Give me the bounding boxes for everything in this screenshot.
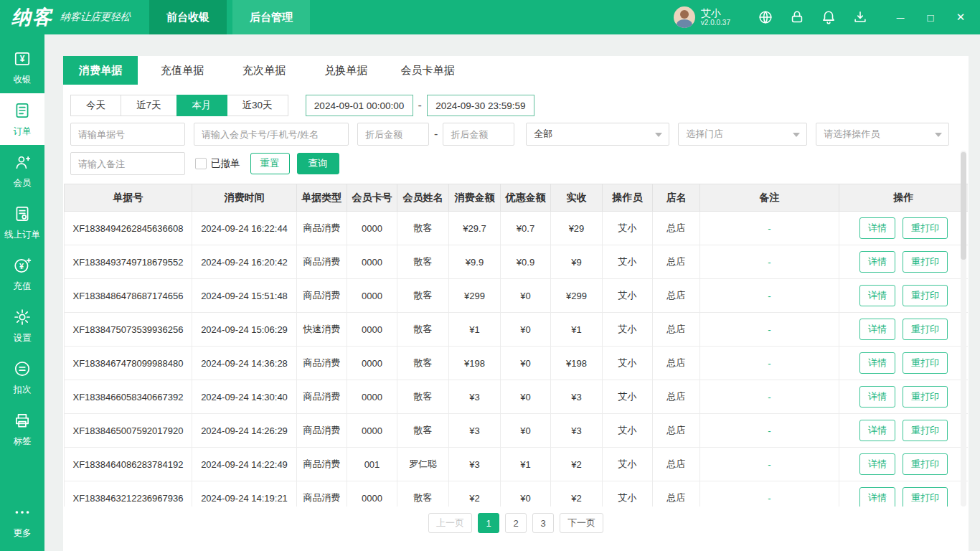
table-cell: 商品消费	[297, 380, 347, 414]
order-no-input[interactable]	[70, 123, 185, 146]
table-cell: 2024-09-24 16:22:44	[192, 212, 297, 245]
order-icon	[13, 101, 32, 122]
table-cell: 商品消费	[297, 448, 347, 481]
detail-button[interactable]: 详情	[859, 420, 895, 441]
amount-min-input[interactable]	[357, 123, 429, 146]
reprint-button[interactable]: 重打印	[903, 487, 948, 507]
amount-max-input[interactable]	[443, 123, 514, 146]
sidebar-item-cashier[interactable]: ¥ 收银	[0, 42, 44, 93]
reprint-button[interactable]: 重打印	[903, 217, 948, 239]
reprint-button[interactable]: 重打印	[903, 319, 948, 340]
sidebar-item-more[interactable]: 更多	[0, 495, 44, 547]
table-row: XF18384640862837841922024-09-24 14:22:49…	[65, 448, 969, 481]
sidebar-item-settings[interactable]: 设置	[0, 300, 44, 352]
nav-tab-front-cashier[interactable]: 前台收银	[149, 0, 227, 34]
search-button[interactable]: 查询	[297, 153, 339, 174]
reprint-button[interactable]: 重打印	[903, 285, 948, 306]
reprint-button[interactable]: 重打印	[903, 352, 948, 374]
tab-consume-orders[interactable]: 消费单据	[63, 56, 138, 85]
scrollbar[interactable]	[961, 151, 966, 507]
page-button-2[interactable]: 2	[505, 513, 527, 533]
detail-button[interactable]: 详情	[859, 453, 895, 475]
actions-cell: 详情重打印	[839, 245, 969, 279]
table-cell: ¥2	[551, 448, 603, 481]
member-search-input[interactable]	[194, 123, 349, 146]
filter-panel: 今天 近7天 本月 近30天 - - 全部	[63, 85, 969, 184]
download-icon[interactable]	[852, 9, 868, 25]
reprint-button[interactable]: 重打印	[903, 251, 948, 273]
range-today-button[interactable]: 今天	[70, 95, 121, 116]
minimize-button[interactable]: ─	[894, 11, 907, 24]
table-cell: 商品消费	[297, 245, 347, 279]
table-cell: 2024-09-24 14:19:21	[192, 481, 297, 507]
table-cell: 总店	[653, 279, 700, 313]
actions-cell: 详情重打印	[839, 448, 969, 481]
detail-button[interactable]: 详情	[859, 217, 895, 239]
detail-button[interactable]: 详情	[859, 352, 895, 374]
table-cell: -	[700, 481, 839, 507]
table-cell: 总店	[653, 481, 700, 507]
close-button[interactable]: ✕	[954, 11, 967, 24]
range-7days-button[interactable]: 近7天	[121, 95, 177, 116]
page-button-3[interactable]: 3	[532, 513, 554, 533]
operator-select[interactable]: 请选择操作员	[816, 123, 949, 146]
detail-button[interactable]: 详情	[859, 319, 895, 340]
sidebar-item-members[interactable]: 会员	[0, 145, 44, 197]
maximize-button[interactable]: □	[924, 11, 937, 24]
tab-recharge-orders[interactable]: 充值单据	[145, 56, 220, 85]
detail-button[interactable]: 详情	[859, 386, 895, 408]
sidebar-item-online-orders[interactable]: 线上订单	[0, 197, 44, 248]
actions-cell: 详情重打印	[839, 313, 969, 347]
tab-exchange-orders[interactable]: 兑换单据	[308, 56, 383, 85]
app-logo: 纳客	[11, 4, 53, 30]
user-info[interactable]: 艾小 v2.0.0.37	[674, 6, 730, 28]
chevron-down-icon	[935, 133, 942, 137]
table-cell: -	[700, 448, 839, 481]
range-30days-button[interactable]: 近30天	[227, 95, 288, 116]
reprint-button[interactable]: 重打印	[903, 420, 948, 441]
bell-icon[interactable]	[821, 9, 837, 25]
table-cell: ¥29.7	[449, 212, 501, 245]
table-cell: ¥29	[551, 212, 603, 245]
scrollbar-thumb[interactable]	[961, 152, 966, 260]
lock-icon[interactable]	[789, 9, 805, 25]
range-this-month-button[interactable]: 本月	[176, 95, 227, 116]
table-cell: 艾小	[603, 279, 653, 313]
reset-button[interactable]: 重置	[250, 153, 290, 174]
table-cell: 罗仁聪	[397, 448, 449, 481]
detail-button[interactable]: 详情	[859, 285, 895, 306]
prev-page-button[interactable]: 上一页	[428, 513, 472, 533]
sidebar-item-deduct[interactable]: 扣次	[0, 352, 44, 403]
table-cell: 散客	[397, 279, 449, 313]
nav-tab-backstage[interactable]: 后台管理	[232, 0, 310, 34]
reprint-button[interactable]: 重打印	[903, 453, 948, 475]
reprint-button[interactable]: 重打印	[903, 386, 948, 408]
sidebar-item-recharge[interactable]: ¥ 充值	[0, 248, 44, 300]
avatar[interactable]	[674, 6, 695, 28]
tab-membercard-orders[interactable]: 会员卡单据	[390, 56, 465, 85]
page-button-1[interactable]: 1	[478, 513, 499, 533]
table-cell: 商品消费	[297, 347, 347, 380]
store-select[interactable]: 选择门店	[678, 123, 807, 146]
sidebar-item-orders[interactable]: 订单	[0, 93, 44, 145]
table-row: XF18384660583406673922024-09-24 14:30:40…	[65, 380, 969, 414]
table-cell: 商品消费	[297, 212, 347, 245]
date-to-input[interactable]	[427, 95, 534, 116]
remark-input[interactable]	[70, 152, 185, 175]
column-header: 店名	[653, 184, 700, 212]
sidebar-item-labels[interactable]: 标签	[0, 403, 44, 455]
column-header: 会员姓名	[397, 184, 449, 212]
remote-assist-icon[interactable]	[758, 9, 773, 25]
cancelled-checkbox[interactable]	[195, 158, 207, 169]
type-select[interactable]: 全部	[526, 123, 669, 146]
table-cell: 商品消费	[297, 414, 347, 448]
table-row: XF18384674780999884802024-09-24 14:36:28…	[65, 347, 969, 380]
pagination: 上一页123下一页	[63, 513, 969, 533]
date-from-input[interactable]	[306, 95, 413, 116]
detail-button[interactable]: 详情	[859, 251, 895, 273]
column-header: 操作员	[603, 184, 653, 212]
orders-table: 单据号消费时间单据类型会员卡号会员姓名消费金额优惠金额实收操作员店名备注操作 X…	[64, 184, 968, 507]
next-page-button[interactable]: 下一页	[560, 513, 603, 533]
tab-times-orders[interactable]: 充次单据	[227, 56, 301, 85]
detail-button[interactable]: 详情	[859, 487, 895, 507]
